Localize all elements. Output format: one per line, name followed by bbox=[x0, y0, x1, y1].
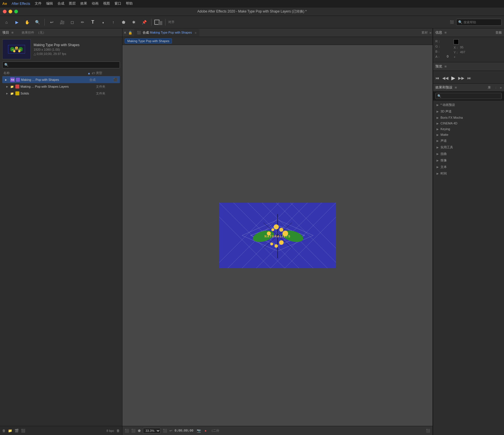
camera-tool[interactable]: 🎥 bbox=[58, 18, 66, 26]
motion-blur-icon[interactable]: ⬟ bbox=[138, 429, 141, 433]
colon-sep: ： bbox=[494, 85, 497, 90]
project-search-input[interactable] bbox=[10, 63, 118, 67]
menu-anim[interactable]: 动画 bbox=[92, 1, 99, 6]
item-color-1 bbox=[16, 78, 20, 82]
select-tool[interactable]: ▶ bbox=[13, 18, 21, 26]
effect-label-6: 声道 bbox=[441, 139, 447, 143]
sort-arrow[interactable]: ▲ bbox=[87, 71, 91, 75]
menu-view[interactable]: 视图 bbox=[103, 1, 110, 6]
eraser-tool[interactable]: ⬟ bbox=[119, 18, 128, 26]
help-search-input[interactable] bbox=[464, 20, 500, 24]
close-tab-btn[interactable]: ✕ bbox=[124, 31, 126, 35]
menu-layer[interactable]: 图层 bbox=[69, 1, 76, 6]
effects-search-inner[interactable]: 🔍 bbox=[435, 93, 502, 99]
rotate-tool[interactable]: ↩ bbox=[48, 18, 56, 26]
project-search-wrap[interactable]: 🔍 bbox=[2, 61, 120, 68]
item-name-2: Making ... Pop with Shapes Layers bbox=[21, 85, 95, 88]
comp-details: 1920 x 1080 (1.00) bbox=[34, 48, 79, 51]
effect-item-0[interactable]: ▶ * 动画预设 bbox=[433, 102, 504, 108]
color-icon[interactable]: ● bbox=[204, 429, 206, 433]
hand-tool[interactable]: ✋ bbox=[23, 18, 31, 26]
effect-item-11[interactable]: ▶ 时间 bbox=[433, 170, 504, 177]
effect-item-4[interactable]: ▶ Keying bbox=[433, 126, 504, 132]
effect-item-5[interactable]: ▶ Matte bbox=[433, 132, 504, 138]
effect-item-7[interactable]: ▶ 实用工具 bbox=[433, 144, 504, 151]
menu-help[interactable]: 帮助 bbox=[126, 1, 133, 6]
main-layout: 项目 ≡ 效果控件 （无） bbox=[0, 28, 504, 435]
effect-label-5: Matte bbox=[441, 133, 448, 136]
zoom-select[interactable]: 33.3% bbox=[143, 428, 161, 434]
preview-last-btn[interactable]: ⏭ bbox=[467, 76, 471, 80]
pen-tool[interactable]: ✏ bbox=[78, 18, 87, 26]
info-panel-header: 信息 ≡ 音频 bbox=[433, 28, 504, 37]
menu-effects[interactable]: 效果 bbox=[80, 1, 87, 6]
expand-panel-btn[interactable]: » bbox=[429, 31, 431, 35]
project-item-2[interactable]: ▶ 📁 Making ... Pop with Shapes Layers 文件… bbox=[2, 83, 120, 90]
delete-icon[interactable]: 🗑 bbox=[116, 429, 120, 433]
close-button[interactable] bbox=[3, 10, 7, 13]
comp-tab-name: Making Type Pop with Shapes bbox=[150, 31, 192, 34]
import-icon[interactable]: 📁 bbox=[8, 429, 12, 433]
library-label: 库 bbox=[488, 85, 491, 90]
text-tool[interactable]: T bbox=[89, 18, 97, 26]
preview-rewind-btn[interactable]: ◀◀ bbox=[442, 76, 448, 80]
project-thumbnail: NATURALISTS Making Type Pop with Shapes … bbox=[2, 39, 120, 59]
zoom-tool[interactable]: 🔍 bbox=[33, 18, 42, 26]
comp-settings-icon[interactable]: ⬛ bbox=[131, 429, 136, 433]
info-menu-icon[interactable]: ≡ bbox=[444, 30, 447, 35]
col-name-header: 名称 bbox=[3, 71, 87, 75]
comp-icon-1: Ae bbox=[10, 77, 15, 82]
brush-tool[interactable]: ⬧ bbox=[99, 18, 107, 26]
menu-edit[interactable]: 编辑 bbox=[46, 1, 53, 6]
help-search-box[interactable]: 🔍 bbox=[456, 19, 502, 26]
menu-window[interactable]: 窗口 bbox=[114, 1, 121, 6]
effect-item-2[interactable]: ▶ Boris FX Mocha bbox=[433, 115, 504, 120]
effects-expand-btn[interactable]: » bbox=[500, 86, 502, 90]
preview-buttons: ⏮ ◀◀ ▶ ▶▶ ⏭ bbox=[435, 75, 502, 81]
app-name: After Effects bbox=[12, 2, 30, 6]
quality-label: （二分 bbox=[210, 428, 219, 433]
preview-menu-icon[interactable]: ≡ bbox=[444, 64, 447, 69]
preview-first-btn[interactable]: ⏮ bbox=[435, 76, 439, 80]
expand-arrow-2: ▶ bbox=[6, 85, 8, 88]
effect-item-10[interactable]: ▶ 文本 bbox=[433, 164, 504, 170]
new-folder-icon[interactable]: 🗑 bbox=[2, 429, 6, 433]
view-icon[interactable]: ⬛ bbox=[21, 429, 25, 433]
menu-file[interactable]: 文件 bbox=[35, 1, 42, 6]
y-coord: Y： 497 bbox=[454, 50, 465, 55]
snap-icon[interactable]: ⬛ bbox=[450, 20, 454, 24]
expand-viewer-btn[interactable]: ⬛ bbox=[426, 429, 430, 433]
effect-item-9[interactable]: ▶ 抠像 bbox=[433, 157, 504, 164]
clone-tool[interactable]: ↑ bbox=[109, 18, 118, 26]
effect-item-3[interactable]: ▶ CINEMA 4D bbox=[433, 120, 504, 126]
preview-play-btn[interactable]: ▶ bbox=[451, 75, 455, 81]
project-menu-icon[interactable]: ≡ bbox=[11, 30, 14, 35]
effects-menu-icon[interactable]: ≡ bbox=[455, 85, 457, 90]
new-comp-icon[interactable]: 🎬 bbox=[15, 429, 19, 433]
minimize-button[interactable] bbox=[9, 10, 12, 13]
svg-text:NATURALISTS: NATURALISTS bbox=[265, 235, 291, 238]
puppet-tool[interactable]: ✱ bbox=[130, 18, 138, 26]
effect-item-1[interactable]: ▶ 3D 声道 bbox=[433, 108, 504, 115]
effect-item-8[interactable]: ▶ 扭曲 bbox=[433, 151, 504, 157]
rect-tool[interactable]: ◻ bbox=[68, 18, 77, 26]
comp-tab-1[interactable]: ⬛ 合成 Making Type Pop with Shapes ≡ bbox=[134, 29, 199, 36]
effect-item-6[interactable]: ▶ 声道 bbox=[433, 138, 504, 144]
project-item-3[interactable]: ▶ 📁 Solids 文件夹 bbox=[2, 90, 120, 97]
search-icon: 🔍 bbox=[458, 20, 462, 24]
project-panel-title: 项目 bbox=[2, 30, 9, 35]
camera-icon[interactable]: 📷 bbox=[197, 429, 201, 433]
tab-menu-icon[interactable]: ≡ bbox=[195, 31, 196, 34]
render-icon[interactable]: ⬛ bbox=[125, 429, 129, 433]
search-icon: 🔍 bbox=[4, 63, 9, 67]
pin-tool[interactable]: 📌 bbox=[140, 18, 148, 26]
comp-name: Making Type Pop with Shapes bbox=[34, 43, 79, 47]
menu-comp[interactable]: 合成 bbox=[58, 1, 64, 6]
project-item-1[interactable]: ▶ Ae Making ... Pop with Shapes 合成 ⬛ bbox=[2, 76, 120, 83]
home-tool[interactable]: ⌂ bbox=[2, 18, 11, 26]
loop-icon[interactable]: ↩ bbox=[169, 429, 172, 433]
maximize-button[interactable] bbox=[14, 10, 18, 13]
comp-name-label[interactable]: Making Type Pop with Shapes bbox=[125, 38, 172, 44]
preview-ff-btn[interactable]: ▶▶ bbox=[458, 76, 464, 80]
fit-icon[interactable]: ⬛ bbox=[163, 429, 167, 433]
